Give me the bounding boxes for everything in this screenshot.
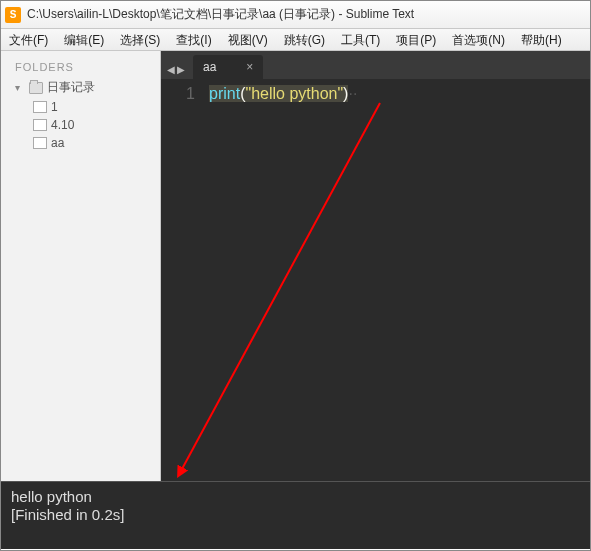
file-icon	[33, 137, 47, 149]
file-item-aa[interactable]: aa	[5, 134, 156, 152]
file-item-label: aa	[51, 136, 64, 150]
menu-view[interactable]: 视图(V)	[220, 29, 276, 50]
chevron-down-icon: ▾	[15, 82, 25, 93]
menu-goto[interactable]: 跳转(G)	[276, 29, 333, 50]
file-item-410[interactable]: 4.10	[5, 116, 156, 134]
menu-tools[interactable]: 工具(T)	[333, 29, 388, 50]
window-title: C:\Users\ailin-L\Desktop\笔记文档\日事记录\aa (日…	[27, 6, 586, 23]
sidebar-header: FOLDERS	[5, 59, 156, 77]
menu-find[interactable]: 查找(I)	[168, 29, 219, 50]
file-icon	[33, 101, 47, 113]
menu-select[interactable]: 选择(S)	[112, 29, 168, 50]
menu-bar: 文件(F) 编辑(E) 选择(S) 查找(I) 视图(V) 跳转(G) 工具(T…	[1, 29, 590, 51]
menu-help[interactable]: 帮助(H)	[513, 29, 570, 50]
folder-icon	[29, 82, 43, 94]
file-item-1[interactable]: 1	[5, 98, 156, 116]
menu-prefs[interactable]: 首选项(N)	[444, 29, 513, 50]
file-item-label: 4.10	[51, 118, 74, 132]
whitespace-dots: ··	[348, 85, 357, 102]
menu-edit[interactable]: 编辑(E)	[56, 29, 112, 50]
tab-strip: ◀ ▶ aa ×	[161, 51, 590, 79]
file-icon	[33, 119, 47, 131]
title-bar: S C:\Users\ailin-L\Desktop\笔记文档\日事记录\aa …	[1, 1, 590, 29]
menu-file[interactable]: 文件(F)	[1, 29, 56, 50]
tab-next-icon[interactable]: ▶	[177, 64, 185, 75]
build-output: hello python [Finished in 0.2s]	[1, 481, 590, 549]
close-icon[interactable]: ×	[246, 60, 253, 74]
console-line-2: [Finished in 0.2s]	[11, 506, 124, 523]
code-area[interactable]: 1 print("hello python")··	[161, 79, 590, 481]
console-line-1: hello python	[11, 488, 92, 505]
line-number: 1	[161, 85, 195, 103]
menu-project[interactable]: 项目(P)	[388, 29, 444, 50]
tab-aa[interactable]: aa ×	[193, 55, 263, 79]
editor: ◀ ▶ aa × 1 print("hello python")··	[161, 51, 590, 481]
tab-prev-icon[interactable]: ◀	[167, 64, 175, 75]
main-area: FOLDERS ▾ 日事记录 1 4.10 aa ◀ ▶ aa ×	[1, 51, 590, 481]
app-icon: S	[5, 7, 21, 23]
sidebar: FOLDERS ▾ 日事记录 1 4.10 aa	[1, 51, 161, 481]
folder-root[interactable]: ▾ 日事记录	[5, 77, 156, 98]
gutter: 1	[161, 79, 205, 481]
file-item-label: 1	[51, 100, 58, 114]
code-content[interactable]: print("hello python")··	[205, 79, 590, 481]
token-string: "hello python"	[245, 85, 343, 102]
tab-label: aa	[203, 60, 216, 74]
token-function: print	[209, 85, 240, 102]
folder-root-label: 日事记录	[47, 79, 95, 96]
